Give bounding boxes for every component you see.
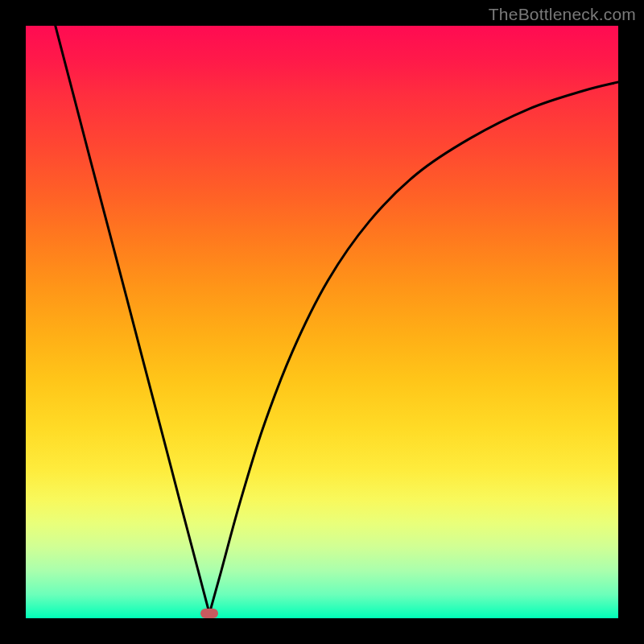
minimum-marker-icon bbox=[200, 609, 218, 618]
bottleneck-curve bbox=[26, 26, 618, 618]
chart-frame: TheBottleneck.com bbox=[0, 0, 644, 644]
plot-area bbox=[26, 26, 618, 618]
watermark-text: TheBottleneck.com bbox=[489, 5, 636, 24]
